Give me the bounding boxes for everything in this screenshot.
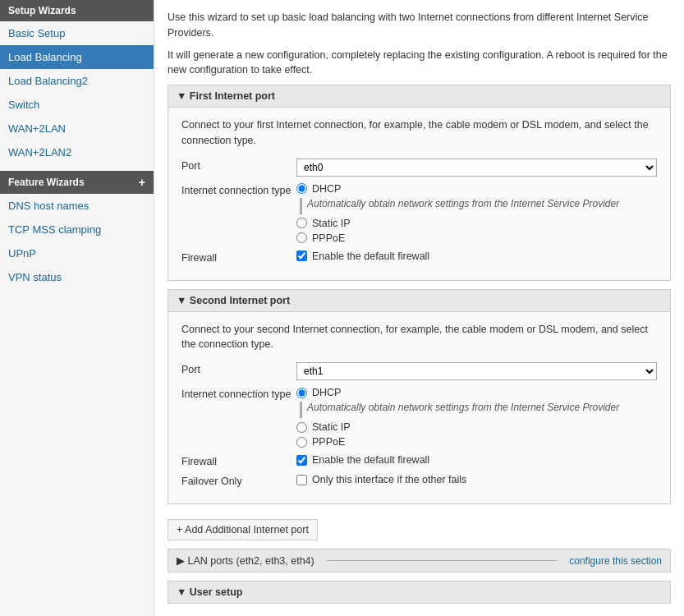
first-dhcp-label[interactable]: DHCP — [312, 183, 341, 195]
first-dhcp-bar — [300, 198, 302, 214]
intro-line1: Use this wizard to set up basic load bal… — [168, 10, 671, 41]
intro-line2: It will generate a new configuration, co… — [168, 48, 671, 79]
first-dhcp-hint-text: Automatically obtain network settings fr… — [307, 198, 619, 209]
second-dhcp-label[interactable]: DHCP — [312, 387, 341, 398]
user-setup-title: ▼ User setup — [177, 586, 242, 598]
first-firewall-checkbox[interactable] — [296, 251, 307, 261]
second-failover-checkbox[interactable] — [296, 475, 307, 485]
second-dhcp-hint: Automatically obtain network settings fr… — [300, 402, 657, 418]
second-firewall-controls: Enable the default firewall — [296, 454, 657, 466]
first-pppoe-label[interactable]: PPPoE — [312, 232, 345, 244]
first-firewall-row: Firewall Enable the default firewall — [181, 251, 657, 264]
sidebar-item-wan2lan2[interactable]: WAN+2LAN2 — [0, 140, 154, 164]
sidebar-item-tcp-mss-clamping[interactable]: TCP MSS clamping — [0, 218, 154, 241]
first-firewall-checkbox-row: Enable the default firewall — [296, 251, 657, 262]
first-connection-type-label: Internet connection type — [181, 183, 296, 196]
first-dhcp-radio-row: DHCP — [296, 183, 657, 195]
setup-wizards-nav: Basic SetupLoad BalancingLoad Balancing2… — [0, 21, 154, 164]
first-port-controls: eth0eth1eth2eth3eth4 — [296, 159, 657, 177]
sidebar-item-vpn-status[interactable]: VPN status — [0, 265, 154, 289]
lan-ports-divider — [327, 560, 558, 561]
sidebar-item-load-balancing2[interactable]: Load Balancing2 — [0, 69, 154, 93]
setup-wizards-header: Setup Wizards — [0, 0, 154, 21]
user-setup-section: ▼ User setup — [168, 581, 671, 604]
first-internet-port-body: Connect to your first Internet connectio… — [168, 108, 670, 280]
sidebar-item-basic-setup[interactable]: Basic Setup — [0, 21, 154, 45]
first-static-ip-label[interactable]: Static IP — [312, 218, 351, 229]
second-firewall-checkbox-label[interactable]: Enable the default firewall — [312, 454, 429, 466]
add-additional-internet-port-button[interactable]: + Add Additional Internet port — [168, 519, 318, 540]
first-port-label: Port — [181, 159, 296, 172]
first-dhcp-radio[interactable] — [296, 183, 307, 194]
first-pppoe-radio-row: PPPoE — [296, 232, 657, 244]
first-port-row: Port eth0eth1eth2eth3eth4 — [181, 159, 657, 177]
second-dhcp-hint-text: Automatically obtain network settings fr… — [307, 402, 619, 413]
second-dhcp-radio-row: DHCP — [296, 387, 657, 398]
feature-wizards-header: Feature Wizards + — [0, 171, 154, 194]
second-failover-label: Failover Only — [181, 474, 296, 487]
first-firewall-checkbox-label[interactable]: Enable the default firewall — [312, 251, 429, 262]
first-connection-type-row: Internet connection type DHCP Automatica… — [181, 183, 657, 244]
second-internet-port-header[interactable]: ▼ Second Internet port — [168, 290, 670, 312]
first-firewall-controls: Enable the default firewall — [296, 251, 657, 262]
second-pppoe-radio-row: PPPoE — [296, 436, 657, 448]
sidebar-item-switch[interactable]: Switch — [0, 93, 154, 117]
sidebar-item-wan2lan[interactable]: WAN+2LAN — [0, 117, 154, 140]
sidebar-item-upnp[interactable]: UPnP — [0, 241, 154, 265]
lan-ports-title: ▶ LAN ports (eth2, eth3, eth4) — [177, 554, 314, 567]
lan-ports-section: ▶ LAN ports (eth2, eth3, eth4) configure… — [168, 549, 671, 572]
second-firewall-checkbox[interactable] — [296, 455, 307, 466]
second-firewall-label: Firewall — [181, 454, 296, 467]
second-dhcp-radio[interactable] — [296, 388, 307, 398]
second-dhcp-bar — [300, 402, 302, 418]
second-pppoe-radio[interactable] — [296, 437, 307, 448]
second-internet-port-desc: Connect to your second Internet connecti… — [181, 322, 657, 353]
second-port-select[interactable]: eth0eth1eth2eth3eth4 — [296, 362, 657, 380]
feature-wizards-nav: DNS host namesTCP MSS clampingUPnPVPN st… — [0, 194, 154, 289]
sidebar: Setup Wizards Basic SetupLoad BalancingL… — [0, 0, 154, 616]
first-connection-type-controls: DHCP Automatically obtain network settin… — [296, 183, 657, 244]
add-feature-icon[interactable]: + — [139, 176, 145, 189]
lan-ports-header[interactable]: ▶ LAN ports (eth2, eth3, eth4) configure… — [168, 549, 670, 572]
second-failover-row: Failover Only Only this interface if the… — [181, 474, 657, 487]
second-static-ip-radio[interactable] — [296, 422, 307, 433]
first-internet-port-title: ▼ First Internet port — [177, 90, 275, 102]
second-internet-port-section: ▼ Second Internet port Connect to your s… — [168, 289, 671, 505]
first-internet-port-header[interactable]: ▼ First Internet port — [168, 85, 670, 108]
second-firewall-row: Firewall Enable the default firewall — [181, 454, 657, 467]
first-firewall-label: Firewall — [181, 251, 296, 264]
first-static-ip-radio[interactable] — [296, 218, 307, 228]
first-pppoe-radio[interactable] — [296, 232, 307, 243]
second-port-label: Port — [181, 362, 296, 375]
second-connection-type-row: Internet connection type DHCP Automatica… — [181, 387, 657, 448]
first-static-ip-radio-row: Static IP — [296, 218, 657, 229]
feature-wizards-label: Feature Wizards — [8, 177, 85, 188]
second-port-row: Port eth0eth1eth2eth3eth4 — [181, 362, 657, 380]
second-failover-checkbox-label[interactable]: Only this interface if the other fails — [312, 474, 466, 485]
first-dhcp-hint: Automatically obtain network settings fr… — [300, 198, 657, 214]
second-failover-controls: Only this interface if the other fails — [296, 474, 657, 485]
second-port-controls: eth0eth1eth2eth3eth4 — [296, 362, 657, 380]
first-internet-port-desc: Connect to your first Internet connectio… — [181, 117, 657, 149]
sidebar-item-dns-host-names[interactable]: DNS host names — [0, 194, 154, 218]
lan-ports-configure-link[interactable]: configure this section — [569, 555, 662, 567]
second-connection-type-label: Internet connection type — [181, 387, 296, 400]
second-internet-port-body: Connect to your second Internet connecti… — [168, 312, 670, 504]
second-pppoe-label[interactable]: PPPoE — [312, 436, 345, 448]
second-failover-checkbox-row: Only this interface if the other fails — [296, 474, 657, 485]
main-content: Use this wizard to set up basic load bal… — [154, 0, 684, 616]
first-port-select[interactable]: eth0eth1eth2eth3eth4 — [296, 159, 657, 177]
second-static-ip-radio-row: Static IP — [296, 421, 657, 433]
sidebar-item-load-balancing[interactable]: Load Balancing — [0, 45, 154, 69]
first-internet-port-section: ▼ First Internet port Connect to your fi… — [168, 85, 671, 281]
user-setup-header[interactable]: ▼ User setup — [168, 582, 670, 603]
second-firewall-checkbox-row: Enable the default firewall — [296, 454, 657, 466]
second-connection-type-controls: DHCP Automatically obtain network settin… — [296, 387, 657, 448]
setup-wizards-label: Setup Wizards — [8, 5, 76, 16]
second-static-ip-label[interactable]: Static IP — [312, 421, 351, 433]
second-internet-port-title: ▼ Second Internet port — [177, 295, 290, 306]
